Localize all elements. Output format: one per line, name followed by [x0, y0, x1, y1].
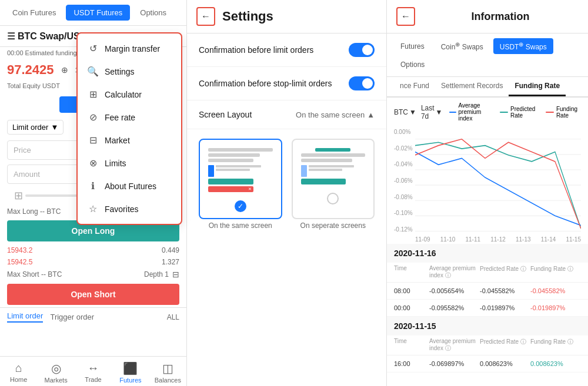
screen-layout-value: On the same screen ▲ [296, 110, 375, 119]
tab-all[interactable]: ALL [167, 313, 179, 321]
coin-select[interactable]: BTC ▼ [394, 108, 416, 116]
x-label-6: 11-15 [566, 236, 581, 243]
dropdown-market[interactable]: ⊟ Market [78, 129, 181, 152]
screen-layout-label: Screen Layout [199, 110, 252, 119]
dropdown-margin-transfer[interactable]: ↺ Margin transfer [78, 37, 181, 60]
period-select[interactable]: Last 7d ▼ [421, 104, 443, 120]
info-tab-coin-swaps[interactable]: Coin⊕ Swaps [435, 38, 490, 54]
layout-options: ✕ ✓ On the same screen [187, 129, 386, 239]
col-time-1: Time [394, 265, 429, 280]
information-panel: ← Information Futures Coin⊕ Swaps USDT⊕ … [387, 0, 588, 386]
dropdown-settings[interactable]: 🔍 Settings [78, 60, 181, 83]
nav-balances-label: Balances [155, 377, 181, 384]
x-axis: 11-09 11-10 11-11 11-12 11-13 11-14 11-1… [387, 235, 588, 244]
markets-icon: ◎ [51, 361, 61, 375]
confirm-limit-toggle[interactable] [349, 43, 375, 57]
period-chevron-icon: ▼ [436, 108, 443, 116]
market-icon: ⊟ [87, 135, 99, 146]
layout-option-1[interactable]: ✕ ✓ On the same screen [199, 139, 282, 230]
depth-size-1: 0.449 [162, 246, 179, 254]
settings-back-button[interactable]: ← [196, 7, 215, 26]
depth-size-2: 1.327 [162, 258, 179, 266]
info-tab-usdt-swaps[interactable]: USDT⊕ Swaps [493, 38, 553, 54]
dropdown-settings-label: Settings [105, 67, 135, 76]
row3-avg: -0.069897% [429, 360, 480, 367]
balances-icon: ◫ [162, 361, 173, 375]
predicted-legend-label: Predicted Rate [510, 106, 539, 119]
row2-time: 00:00 [394, 304, 429, 311]
date-header-1: 2020-11-16 [387, 244, 588, 263]
dropdown-calculator[interactable]: ⊞ Calculator [78, 83, 181, 106]
trade-icon: ↔ [88, 361, 99, 375]
col-avg-1: Average premium index ⓘ [429, 265, 480, 280]
x-label-1: 11-10 [440, 236, 456, 243]
screen-layout-row: Screen Layout On the same screen ▲ [187, 100, 386, 129]
col-pred-1: Predicted Rate ⓘ [480, 265, 530, 280]
row1-avg: -0.005654% [429, 287, 480, 294]
futures-icon: ⬛ [123, 361, 138, 375]
tab-trigger-order[interactable]: Trigger order [50, 313, 94, 321]
table-row: 08:00 -0.005654% -0.045582% -0.045582% [387, 283, 588, 300]
depth-price-2: 15942.5 [7, 258, 32, 266]
settings-title: Settings [222, 9, 273, 24]
layout-option-2[interactable]: On seperate screens [292, 139, 375, 230]
depth-icon: ⊟ [172, 270, 179, 279]
info-tab-options[interactable]: Options [394, 58, 431, 72]
home-icon: ⌂ [15, 361, 22, 375]
dropdown-limits-label: Limits [105, 159, 126, 168]
dropdown-favorites[interactable]: ☆ Favorites [78, 197, 181, 220]
info-tab-futures[interactable]: Futures [394, 39, 431, 53]
price-icon: ⊕ [61, 65, 68, 75]
confirm-stop-toggle[interactable] [349, 76, 375, 90]
chevron-up-icon: ▲ [367, 110, 375, 119]
confirm-stop-row: Confirmation before stop-limit orders [187, 67, 386, 100]
tab-options[interactable]: Options [132, 5, 174, 21]
col-fund-1: Funding Rate ⓘ [530, 265, 581, 280]
row3-fund: 0.008623% [530, 360, 581, 367]
coin-label: BTC [394, 108, 408, 116]
sub-tab-settlement-records[interactable]: Settlement Records [435, 77, 509, 96]
confirm-limit-row: Confirmation before limit orders [187, 33, 386, 67]
row2-pred: -0.019897% [480, 304, 530, 311]
funding-legend-dot [546, 112, 554, 113]
x-label-5: 11-14 [541, 236, 556, 243]
funding-rate-chart [415, 126, 581, 235]
table-row: 00:00 -0.095582% -0.019897% -0.019897% [387, 300, 588, 317]
dropdown-fee-rate[interactable]: ⊘ Fee rate [78, 106, 181, 129]
predicted-legend-dot [500, 112, 508, 113]
x-label-4: 11-13 [516, 236, 531, 243]
left-panel: Coin Futures USDT Futures Options ☰ BTC … [0, 0, 187, 386]
tab-coin-futures[interactable]: Coin Futures [5, 5, 64, 21]
order-type-select[interactable]: Limit order ▼ [7, 120, 64, 135]
nav-home[interactable]: ⌂ Home [0, 361, 37, 384]
nav-futures[interactable]: ⬛ Futures [112, 361, 149, 384]
table-row: 16:00 -0.069897% 0.008623% 0.008623% [387, 355, 588, 372]
funding-legend-label: Funding Rate [556, 106, 581, 119]
nav-markets[interactable]: ◎ Markets [37, 361, 74, 384]
info-header: ← Information [387, 0, 588, 33]
row1-fund: -0.045582% [530, 287, 581, 294]
open-short-button[interactable]: Open Short [7, 284, 179, 305]
info-back-button[interactable]: ← [396, 7, 415, 26]
depth-price-1: 15943.2 [7, 246, 32, 254]
sub-tabs: nce Fund Settlement Records Funding Rate [387, 77, 588, 98]
tab-usdt-futures[interactable]: USDT Futures [66, 5, 130, 21]
margin-transfer-icon: ↺ [87, 43, 99, 54]
layout-2-label: On seperate screens [300, 221, 366, 230]
legend-funding: Funding Rate [546, 106, 581, 119]
layout-card-same-screen[interactable]: ✕ ✓ [199, 139, 282, 219]
dropdown-about-futures[interactable]: ℹ About Futures [78, 174, 181, 197]
layout-card-separate[interactable] [292, 139, 375, 219]
dropdown-limits[interactable]: ⊗ Limits [78, 152, 181, 174]
nav-trade[interactable]: ↔ Trade [75, 361, 112, 384]
sub-tab-funding-rate[interactable]: Funding Rate [509, 77, 566, 96]
tab-limit-order[interactable]: Limit order [7, 311, 43, 323]
total-equity-label: Total Equity USDT [7, 82, 60, 89]
row2-avg: -0.095582% [429, 304, 480, 311]
sub-tab-nce-fund[interactable]: nce Fund [394, 77, 435, 96]
max-short-label: Max Short -- BTC [7, 270, 62, 278]
coin-chevron-icon: ▼ [409, 108, 416, 116]
depth-row-1: 15943.2 0.449 [0, 244, 186, 257]
row2-fund: -0.019897% [530, 304, 581, 311]
nav-balances[interactable]: ◫ Balances [149, 361, 186, 384]
